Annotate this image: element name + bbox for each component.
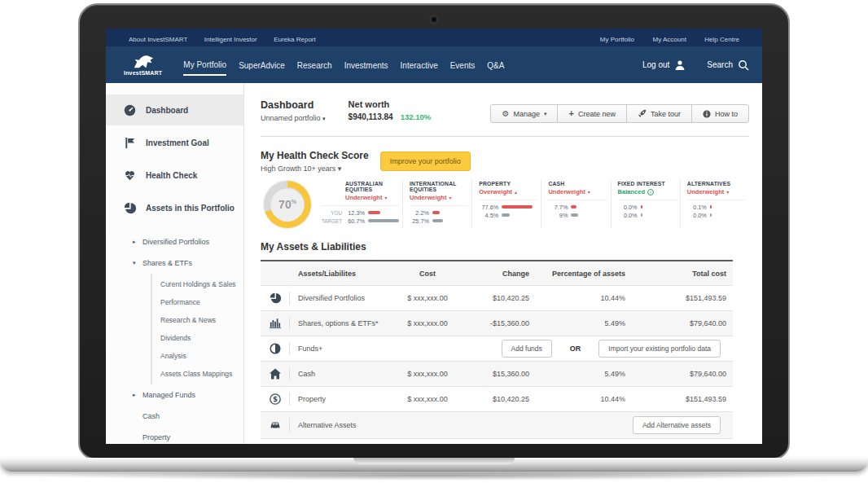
link-eureka-report[interactable]: Eureka Report	[274, 36, 316, 43]
manage-button[interactable]: ⚙ Manage ▾	[490, 104, 558, 123]
sidebar-item-health-check[interactable]: Health Check	[106, 160, 243, 191]
sidebar: Dashboard Investment Goal Health Check	[106, 83, 244, 444]
car-icon	[270, 419, 281, 431]
how-to-button[interactable]: How to	[691, 104, 749, 123]
you-bar	[641, 205, 642, 209]
risk-profile-selector[interactable]: High Growth 10+ years ▾	[261, 165, 369, 173]
sidebar-item-dashboard[interactable]: Dashboard	[106, 94, 243, 125]
search-icon[interactable]	[738, 59, 749, 71]
sidebar-item-performance[interactable]: Performance	[152, 293, 243, 311]
coin-icon: $	[270, 393, 281, 405]
chevron-right-icon: ▸	[133, 239, 138, 245]
sidebar-item-property[interactable]: Property	[106, 427, 243, 444]
link-help-centre[interactable]: Help Centre	[704, 36, 739, 43]
sidebar-item-investment-goal[interactable]: Investment Goal	[106, 127, 243, 158]
asset-class-breakdown: AUSTRALIAN EQUITIES Underweight▾ YOU12.3…	[321, 179, 749, 228]
gear-icon: ⚙	[502, 110, 509, 118]
chevron-down-icon: ▾	[544, 111, 547, 117]
status-underweight[interactable]: Underweight▾	[687, 188, 746, 195]
user-icon[interactable]	[674, 59, 686, 71]
nav-research[interactable]: Research	[297, 55, 332, 75]
chevron-down-icon: ▾	[338, 165, 342, 173]
assets-liabilities-title: My Assets & Liabilities	[261, 241, 749, 252]
nav-events[interactable]: Events	[450, 55, 476, 75]
main-nav: InvestSMART My Portfolio SuperAdvice Res…	[106, 46, 762, 83]
import-portfolio-button[interactable]: Import your existing portfolio data	[598, 340, 721, 358]
sidebar-item-cash[interactable]: Cash	[106, 406, 243, 427]
table-row-property[interactable]: $ Property $ xxx,xxx.00 $10,420.25 10.44…	[261, 387, 733, 412]
column-header: Assets/Liabilites	[290, 270, 399, 278]
column-header: Percentage of assets	[537, 270, 635, 278]
pie-chart-icon	[270, 292, 281, 304]
you-bar	[502, 205, 533, 209]
sidebar-item-dividends[interactable]: Dividends	[152, 329, 243, 347]
health-score-gauge: 70%	[264, 181, 311, 228]
plus-icon: +	[568, 109, 573, 118]
health-score-value: 70%	[278, 198, 296, 211]
nav-my-portfolio[interactable]: My Portfolio	[183, 54, 226, 76]
nav-investments[interactable]: Investments	[344, 55, 388, 75]
portfolio-actions: ⚙ Manage ▾ + Create new	[490, 104, 749, 123]
column-header: Cost	[399, 270, 456, 278]
table-row-alternative-assets[interactable]: Alternative Assets Add Alternative asset…	[261, 412, 733, 439]
chevron-down-icon: ▾	[588, 189, 590, 195]
svg-text:$: $	[273, 395, 278, 403]
add-alternative-assets-button[interactable]: Add Alternative assets	[633, 416, 721, 434]
you-bar	[432, 211, 440, 214]
link-my-portfolio-top[interactable]: My Portfolio	[600, 36, 634, 43]
link-about-investsmart[interactable]: About InvestSMART	[129, 36, 187, 43]
link-my-account[interactable]: My Account	[653, 36, 686, 43]
take-tour-button[interactable]: Take tour	[626, 104, 692, 123]
you-bar	[710, 205, 712, 209]
nav-qa[interactable]: Q&A	[487, 55, 504, 75]
you-bar	[571, 205, 576, 209]
sidebar-item-research-news[interactable]: Research & News	[152, 311, 243, 329]
logout-button[interactable]: Log out	[642, 60, 669, 69]
table-row-shares-options-etfs[interactable]: Shares, options & ETFs* $ xxx,xxx.00 -$1…	[261, 311, 733, 336]
sidebar-item-assets-class-mappings[interactable]: Assets Class Mappings	[152, 365, 243, 383]
portfolio-selector[interactable]: Unnamed portfolio ▾	[261, 114, 326, 122]
status-underweight[interactable]: Underweight▾	[548, 188, 607, 195]
sidebar-item-analysis[interactable]: Analysis	[152, 347, 243, 365]
sidebar-item-current-holdings[interactable]: Curent Holdings & Sales	[152, 275, 243, 293]
laptop-shadow	[33, 471, 835, 481]
table-row-diversified-portfolios[interactable]: Diversified Portfolios $ xxx,xxx.00 $10,…	[261, 286, 733, 311]
net-worth-change: 132.10%	[401, 112, 432, 121]
link-intelligent-investor[interactable]: Intelligent Investor	[204, 36, 257, 43]
chevron-right-icon: ▸	[133, 392, 138, 398]
or-label: OR	[570, 345, 581, 353]
chevron-down-icon: ▾	[322, 116, 326, 121]
table-row-funds-plus[interactable]: Funds+ Add funds OR Import your existing…	[261, 336, 733, 362]
nav-interactive[interactable]: Interactive	[401, 55, 438, 75]
status-balanced[interactable]: Balanced✓	[618, 188, 677, 195]
table-row-cash[interactable]: Cash $ xxx,xxx.00 $15,360.00 5.49% $79,6…	[261, 362, 733, 387]
sidebar-item-assets-in-portfolio[interactable]: Assets in this Portfolio	[106, 192, 243, 223]
investsmart-logo[interactable]: InvestSMART	[124, 54, 162, 76]
asset-class-property: PROPERTY Overweight▴ 77.6% 4.5%	[471, 179, 541, 228]
bull-icon	[131, 54, 156, 69]
browser-screen: About InvestSMART Intelligent Investor E…	[106, 29, 762, 444]
bar-chart-icon	[270, 318, 281, 329]
sidebar-item-shares-etfs[interactable]: ▾ Shares & ETFs	[106, 252, 243, 274]
status-overweight[interactable]: Overweight▴	[479, 188, 537, 195]
status-underweight[interactable]: Underweight▾	[410, 194, 468, 201]
nav-superadvice[interactable]: SuperAdvice	[239, 55, 285, 75]
search-button[interactable]: Search	[707, 60, 733, 69]
main-content: Dashboard Unnamed portfolio ▾ Net worth …	[244, 83, 762, 444]
sidebar-item-managed-funds[interactable]: ▸ Managed Funds	[106, 384, 243, 406]
add-funds-button[interactable]: Add funds	[502, 340, 552, 358]
improve-portfolio-button[interactable]: Improve your portfolio	[380, 151, 471, 171]
half-circle-icon	[270, 343, 281, 354]
chevron-down-icon: ▾	[384, 195, 387, 200]
target-bar	[368, 219, 399, 222]
laptop-base-notch	[353, 458, 515, 464]
create-new-button[interactable]: + Create new	[557, 104, 626, 123]
page-title: Dashboard	[261, 99, 326, 111]
sidebar-item-diversified-portfolios[interactable]: ▸ Diversified Portfolios	[106, 231, 243, 252]
rocket-icon	[638, 109, 647, 118]
health-gauge-ring: 70%	[264, 181, 311, 228]
target-bar	[432, 219, 443, 222]
status-underweight[interactable]: Underweight▾	[345, 194, 399, 201]
info-icon	[703, 110, 711, 118]
you-bar	[368, 211, 380, 214]
